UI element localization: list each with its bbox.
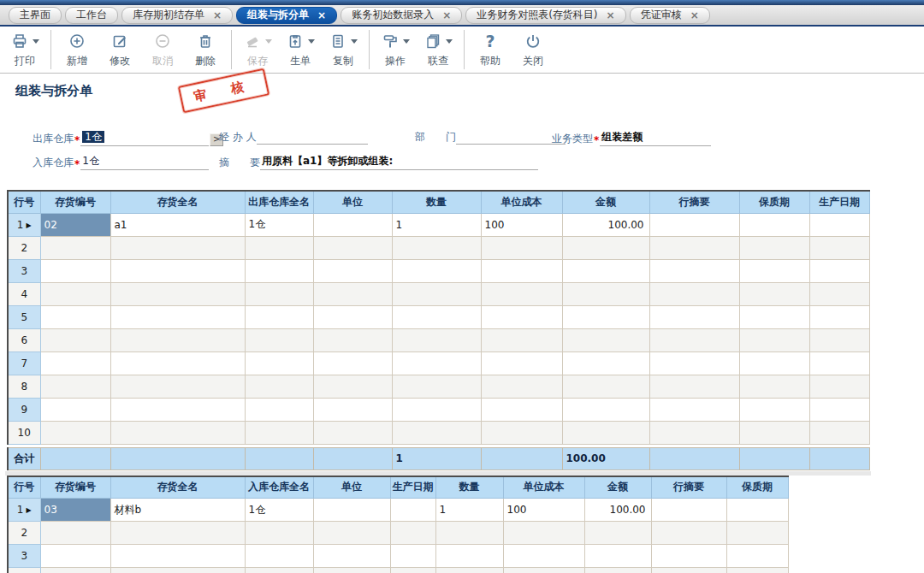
cell[interactable] (739, 398, 809, 421)
cell[interactable] (110, 305, 245, 328)
cell[interactable] (584, 568, 651, 573)
cell[interactable] (40, 236, 110, 259)
cell-unit[interactable] (313, 499, 390, 522)
cell-qty[interactable]: 1 (392, 213, 481, 236)
cell[interactable] (245, 236, 313, 259)
cell[interactable] (110, 236, 245, 259)
cell[interactable] (481, 328, 562, 351)
close-icon[interactable]: × (690, 10, 699, 21)
cell[interactable] (649, 305, 739, 328)
cell[interactable] (313, 305, 392, 328)
cell[interactable] (110, 328, 245, 351)
cell[interactable] (481, 398, 562, 421)
cell[interactable] (562, 259, 649, 282)
cell[interactable] (481, 236, 562, 259)
dropdown-caret-icon[interactable] (265, 39, 272, 44)
dropdown-caret-icon[interactable] (308, 39, 315, 44)
cell-amount[interactable]: 100.00 (562, 213, 649, 236)
cell[interactable] (503, 568, 584, 573)
row-number-cell[interactable]: 5 (8, 305, 40, 328)
generate-order-button[interactable]: 生单 (279, 28, 322, 71)
cell[interactable] (392, 259, 481, 282)
cell[interactable] (390, 568, 435, 573)
cell-item-code[interactable]: 02 (40, 213, 110, 236)
cell[interactable] (562, 328, 649, 351)
cell[interactable] (313, 398, 392, 421)
cell[interactable] (110, 398, 245, 421)
tab-initial-finance-data[interactable]: 账务初始数据录入× (341, 7, 462, 24)
cell-shelf-life[interactable] (726, 499, 788, 522)
cell[interactable] (435, 545, 503, 568)
cell-row-summary[interactable] (649, 213, 739, 236)
cell[interactable] (562, 236, 649, 259)
in-warehouse-input[interactable]: 1仓 (80, 154, 209, 170)
close-icon[interactable]: × (607, 10, 615, 21)
cell[interactable] (809, 259, 869, 282)
cell[interactable] (245, 421, 313, 444)
cell-unit-cost[interactable]: 100 (503, 499, 584, 522)
cell[interactable] (40, 545, 110, 568)
cell[interactable] (503, 522, 584, 545)
cell[interactable] (392, 421, 481, 444)
cell[interactable] (562, 398, 649, 421)
tab-workbench[interactable]: 工作台 (65, 7, 118, 24)
cell-item-code[interactable]: 03 (40, 499, 110, 522)
cell-shelf-life[interactable] (739, 213, 809, 236)
cell[interactable] (726, 522, 788, 545)
cell[interactable] (584, 522, 651, 545)
cell[interactable] (313, 259, 392, 282)
cell[interactable] (503, 545, 584, 568)
cell[interactable] (809, 236, 869, 259)
cell[interactable] (110, 522, 245, 545)
cell[interactable] (313, 421, 392, 444)
cell[interactable] (40, 305, 110, 328)
cell[interactable] (726, 568, 788, 573)
cell[interactable] (809, 328, 869, 351)
cell[interactable] (739, 259, 809, 282)
cell[interactable] (40, 568, 110, 573)
cell[interactable] (651, 522, 726, 545)
tab-assembly-split[interactable]: 组装与拆分单× (236, 7, 337, 24)
close-icon[interactable]: × (317, 10, 326, 21)
cell[interactable] (649, 236, 739, 259)
cell[interactable] (392, 375, 481, 398)
cell[interactable] (584, 545, 651, 568)
cell-prod-date[interactable] (809, 213, 869, 236)
cell[interactable] (739, 305, 809, 328)
cell[interactable] (245, 375, 313, 398)
cell[interactable] (392, 351, 481, 375)
dropdown-caret-icon[interactable] (446, 39, 453, 44)
cell[interactable] (649, 328, 739, 351)
cell[interactable] (809, 351, 869, 375)
cell[interactable] (313, 351, 392, 375)
cell[interactable] (392, 398, 481, 421)
cell[interactable] (739, 236, 809, 259)
dropdown-caret-icon[interactable] (403, 39, 410, 44)
cell[interactable] (809, 398, 869, 421)
cell[interactable] (313, 236, 392, 259)
row-number-cell[interactable]: 9 (8, 398, 40, 421)
cell[interactable] (40, 375, 110, 398)
cell-unit[interactable] (313, 213, 392, 236)
help-button[interactable]: ? 帮助 (469, 28, 512, 71)
cell[interactable] (562, 421, 649, 444)
close-icon[interactable]: × (442, 10, 451, 21)
cell[interactable] (649, 259, 739, 282)
cell[interactable] (110, 421, 245, 444)
row-number-cell[interactable]: 7 (8, 351, 40, 375)
cell-prod-date[interactable] (390, 499, 435, 522)
cell[interactable] (313, 282, 392, 305)
cell[interactable] (649, 351, 739, 375)
cell[interactable] (313, 328, 392, 351)
cell[interactable] (481, 351, 562, 375)
cell-qty[interactable]: 1 (435, 499, 503, 522)
cell[interactable] (40, 398, 110, 421)
cell-unit-cost[interactable]: 100 (481, 213, 562, 236)
cell-row-summary[interactable] (651, 499, 726, 522)
cell[interactable] (739, 375, 809, 398)
cell[interactable] (110, 351, 245, 375)
cell[interactable] (40, 421, 110, 444)
cell[interactable] (739, 282, 809, 305)
row-number-cell[interactable]: 10 (8, 421, 40, 444)
cell[interactable] (40, 351, 110, 375)
